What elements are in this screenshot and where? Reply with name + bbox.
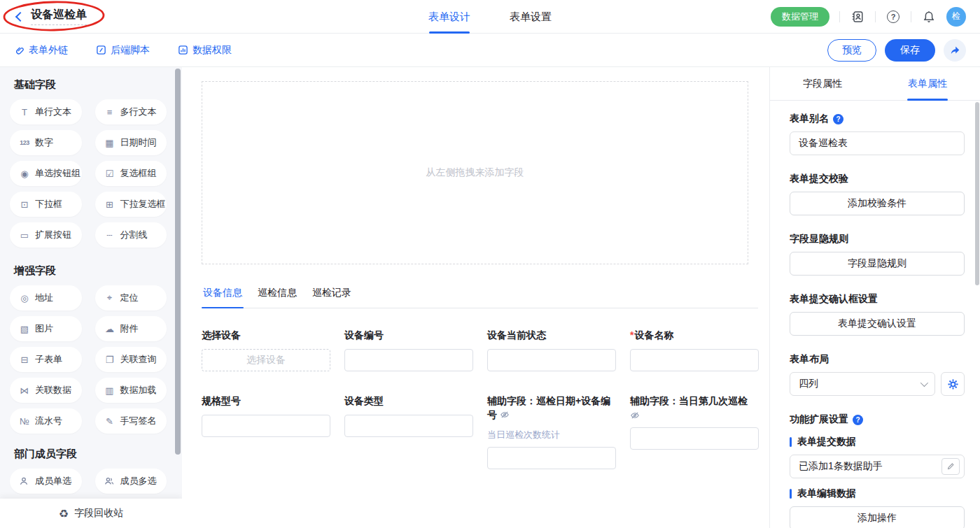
field-item-member-multi[interactable]: 成员多选 [95,469,167,494]
backend-script-link[interactable]: 后端脚本 [96,44,150,57]
field-item-image[interactable]: ▧图片 [10,316,82,341]
form-external-link[interactable]: 表单外链 [14,44,68,57]
field-item-relation-data[interactable]: ⋈关联数据 [10,378,82,403]
tab-form-design[interactable]: 表单设计 [428,0,470,34]
contacts-icon[interactable] [850,9,865,24]
field-item-location[interactable]: ⌖定位 [95,285,167,311]
edit-icon[interactable] [941,458,960,475]
share-button[interactable] [944,39,966,62]
device-status-input[interactable] [487,349,616,371]
field-recycle-bin[interactable]: ♻ 字段回收站 [0,499,182,528]
form-alias-input[interactable]: 设备巡检表 [790,131,965,155]
field-item-radio-group[interactable]: ◉单选按钮组 [10,161,82,186]
field-item-relation-query[interactable]: ❐关联查询 [95,347,167,372]
properties-tabs: 字段属性 表单属性 [770,67,980,101]
tab-field-properties[interactable]: 字段属性 [770,67,875,100]
form-field-aux-date-number[interactable]: 辅助字段：巡检日期+设备编号 当日巡检次数统计 [487,394,616,469]
form-field-device-status[interactable]: 设备当前状态 [487,328,616,371]
visibility-rules-heading: 字段显隐规则 [790,232,965,246]
layout-select[interactable]: 四列 [790,372,935,396]
section-title-member-fields: 部门成员字段 [14,448,167,462]
field-item-single-line-text[interactable]: T单行文本 [10,99,82,124]
add-operation-button[interactable]: 添加操作 [790,506,965,528]
field-library-sidebar: 基础字段 T单行文本 ≡多行文本 123数字 ▦日期时间 ◉单选按钮组 ☑复选框… [0,67,182,528]
dropdown-icon: ⊡ [19,199,30,210]
field-item-multi-dropdown[interactable]: ⊞下拉复选框 [95,192,167,217]
toolbar-links: 表单外链 后端脚本 数据权限 [14,44,232,57]
serial-icon: № [19,416,30,427]
tab-form-properties[interactable]: 表单属性 [875,67,980,100]
form-field-device-number[interactable]: 设备编号 [344,328,473,371]
panel-scrollbar[interactable] [975,102,979,285]
bell-icon[interactable] [921,9,937,24]
field-item-multi-line-text[interactable]: ≡多行文本 [95,99,167,124]
device-number-input[interactable] [344,349,473,371]
save-button[interactable]: 保存 [885,39,935,62]
field-item-attachment[interactable]: ☁附件 [95,316,167,341]
avatar[interactable]: 检 [946,7,966,27]
device-name-input[interactable] [630,349,759,371]
field-item-dropdown[interactable]: ⊡下拉框 [10,192,82,217]
form-field-spec-model[interactable]: 规格型号 [202,394,330,469]
page-title[interactable]: 设备巡检单 [31,8,87,25]
form-layout-heading: 表单布局 [790,352,965,366]
form-field-device-type[interactable]: 设备类型 [344,394,473,469]
field-item-signature[interactable]: ✎手写签名 [95,408,167,434]
help-badge-icon[interactable]: ? [833,114,844,124]
help-icon[interactable]: ? [886,9,901,24]
add-validation-button[interactable]: 添加校验条件 [790,192,965,215]
field-row-2: 规格型号 设备类型 辅助字段：巡检日期+设备编号 当日巡检次数统计 辅助字段：当… [202,394,758,469]
back-icon[interactable] [15,11,25,21]
field-item-data-load[interactable]: ▥数据加载 [95,378,167,403]
gear-icon [947,378,959,390]
form-field-aux-nth-inspection[interactable]: 辅助字段：当日第几次巡检 [630,394,759,469]
data-manage-button[interactable]: 数据管理 [771,7,830,27]
text-icon: T [19,107,30,117]
submit-data-box[interactable]: 已添加1条数据助手 [790,455,965,478]
field-item-number[interactable]: 123数字 [10,130,82,155]
aux-nth-inspection-input[interactable] [630,427,759,450]
divider [911,11,911,22]
form-field-select-device[interactable]: 选择设备 选择设备 [202,328,330,371]
select-device-picker[interactable]: 选择设备 [202,349,330,371]
divider [839,11,840,22]
field-item-address[interactable]: ◎地址 [10,285,82,311]
header-tabs: 表单设计 表单设置 [428,0,552,34]
tab-form-settings[interactable]: 表单设置 [510,0,552,34]
form-properties-content: 表单别名 ? 设备巡检表 表单提交校验 添加校验条件 字段显隐规则 字段显隐规则… [770,101,980,528]
preview-button[interactable]: 预览 [827,39,876,62]
field-item-checkbox-group[interactable]: ☑复选框组 [95,161,167,186]
button-icon: ▭ [19,230,30,241]
sidebar-scrollbar[interactable] [175,69,181,455]
tab-device-info[interactable]: 设备信息 [202,283,244,308]
checkbox-icon: ☑ [104,169,115,179]
tab-inspection-record[interactable]: 巡检记录 [311,283,353,308]
visibility-rules-button[interactable]: 字段显隐规则 [790,252,965,276]
field-item-serial-number[interactable]: №流水号 [10,408,82,434]
eye-off-icon [630,411,759,420]
link-icon [14,45,24,55]
device-type-input[interactable] [344,415,473,437]
spec-model-input[interactable] [202,415,330,437]
form-canvas: 从左侧拖拽来添加字段 设备信息 巡检信息 巡检记录 选择设备 选择设备 设备编号… [182,67,770,528]
image-icon: ▧ [19,324,30,334]
field-item-subform[interactable]: ⊟子表单 [10,347,82,372]
submit-validation-heading: 表单提交校验 [790,172,965,186]
locate-icon: ⌖ [104,292,115,304]
field-item-divider[interactable]: ┄分割线 [95,222,167,248]
form-designer-app: 设备巡检单 表单设计 表单设置 数据管理 ? [0,0,980,528]
share-arrow-icon [949,45,960,56]
submit-confirm-button[interactable]: 表单提交确认设置 [790,312,965,336]
daily-count-stat-input[interactable] [487,447,616,469]
tab-inspection-info[interactable]: 巡检信息 [256,283,298,308]
sub-toolbar: 表单外链 后端脚本 数据权限 预览 保存 [0,34,980,67]
accent-bar [790,437,792,447]
field-item-member-single[interactable]: 成员单选 [10,469,82,494]
layout-settings-button[interactable] [941,372,965,396]
form-field-device-name[interactable]: *设备名称 [630,328,759,371]
field-item-extend-button[interactable]: ▭扩展按钮 [10,222,82,248]
data-permission-link[interactable]: 数据权限 [178,44,232,57]
help-badge-icon[interactable]: ? [853,415,863,425]
field-item-datetime[interactable]: ▦日期时间 [95,130,167,155]
dropzone[interactable]: 从左侧拖拽来添加字段 [202,81,748,264]
